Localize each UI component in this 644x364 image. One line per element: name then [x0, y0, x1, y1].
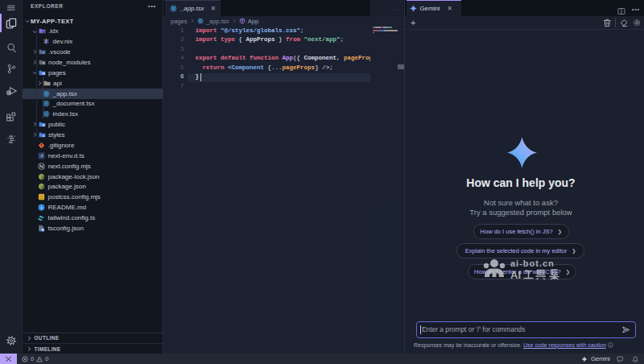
svg-text:::: ::	[40, 196, 43, 200]
svg-text:AI: AI	[510, 269, 521, 281]
svg-text:.d: .d	[40, 154, 43, 158]
svg-text:ai-bot.cn: ai-bot.cn	[510, 259, 555, 268]
svg-text:TS: TS	[41, 229, 44, 232]
